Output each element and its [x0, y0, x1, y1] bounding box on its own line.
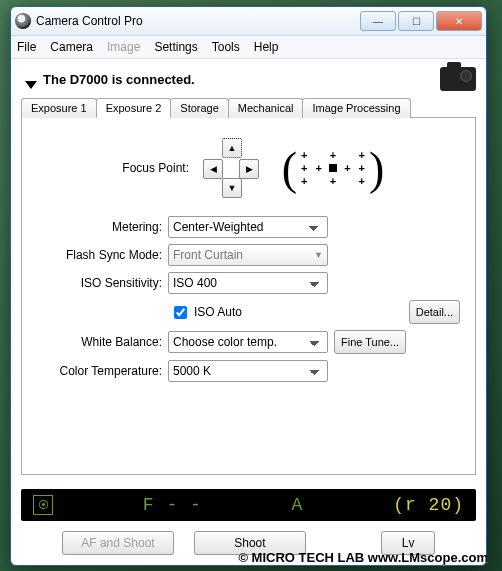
focus-down-button[interactable]: ▼	[222, 178, 242, 198]
tab-page-exposure2: Focus Point: ▲ ◀ ▶ ▼ ( +++ ++++ +++ )	[21, 118, 476, 475]
fine-tune-button[interactable]: Fine Tune...	[334, 330, 406, 354]
menubar: File Camera Image Settings Tools Help	[11, 36, 486, 59]
flash-sync-select: Front Curtain ▼	[168, 244, 328, 266]
status-row: The D7000 is connected.	[25, 67, 476, 91]
bracket-right-icon: )	[369, 142, 384, 195]
iso-label: ISO Sensitivity:	[34, 276, 162, 290]
tab-mechanical[interactable]: Mechanical	[228, 98, 304, 118]
iso-auto-row: ISO Auto Detail...	[170, 300, 463, 324]
iso-auto-checkbox[interactable]	[174, 306, 187, 319]
focus-left-button[interactable]: ◀	[203, 159, 223, 179]
af-point-grid: +++ ++++ +++	[297, 148, 369, 188]
tab-exposure2[interactable]: Exposure 2	[96, 98, 172, 118]
af-area-display: ( +++ ++++ +++ )	[273, 140, 393, 196]
iso-select[interactable]: ISO 400	[168, 272, 328, 294]
lcd-panel: ⦿ F - - A (r 20)	[21, 489, 476, 521]
color-temp-label: Color Temperature:	[34, 364, 162, 378]
wb-row: White Balance: Choose color temp. Fine T…	[34, 330, 463, 354]
window-controls: — ☐ ✕	[358, 11, 482, 31]
tab-image-processing[interactable]: Image Processing	[302, 98, 410, 118]
metering-label: Metering:	[34, 220, 162, 234]
metering-select[interactable]: Center-Weighted	[168, 216, 328, 238]
focus-dpad: ▲ ◀ ▶ ▼	[201, 138, 261, 198]
lcd-remaining: (r 20)	[393, 495, 464, 515]
flash-sync-row: Flash Sync Mode: Front Curtain ▼	[34, 244, 463, 266]
af-and-shoot-button: AF and Shoot	[62, 531, 174, 555]
wb-label: White Balance:	[34, 335, 162, 349]
menu-camera[interactable]: Camera	[50, 40, 93, 54]
menu-image: Image	[107, 40, 140, 54]
metering-row: Metering: Center-Weighted	[34, 216, 463, 238]
iso-row: ISO Sensitivity: ISO 400	[34, 272, 463, 294]
dropdown-icon: ▼	[314, 250, 323, 260]
camera-icon	[440, 67, 476, 91]
tab-storage[interactable]: Storage	[170, 98, 229, 118]
tab-exposure1[interactable]: Exposure 1	[21, 98, 97, 118]
connection-status: The D7000 is connected.	[43, 72, 195, 87]
minimize-button[interactable]: —	[360, 11, 396, 31]
app-window: Camera Control Pro — ☐ ✕ File Camera Ima…	[10, 6, 487, 566]
wb-select[interactable]: Choose color temp.	[168, 331, 328, 353]
iso-auto-label: ISO Auto	[194, 305, 242, 319]
focus-point-label: Focus Point:	[104, 161, 189, 175]
tabstrip: Exposure 1 Exposure 2 Storage Mechanical…	[21, 97, 476, 118]
close-button[interactable]: ✕	[436, 11, 482, 31]
client-area: The D7000 is connected. Exposure 1 Expos…	[11, 59, 486, 565]
focus-up-button[interactable]: ▲	[222, 138, 242, 158]
lcd-aperture: F - -	[143, 495, 202, 515]
flash-sync-value: Front Curtain	[173, 248, 243, 262]
menu-help[interactable]: Help	[254, 40, 279, 54]
af-mode-icon: ⦿	[33, 495, 53, 515]
focus-right-button[interactable]: ▶	[239, 159, 259, 179]
focus-point-row: Focus Point: ▲ ◀ ▶ ▼ ( +++ ++++ +++ )	[34, 138, 463, 198]
color-temp-select[interactable]: 5000 K	[168, 360, 328, 382]
watermark-text: © MICRO TECH LAB www.LMscope.com	[238, 550, 488, 565]
window-title: Camera Control Pro	[36, 14, 143, 28]
menu-file[interactable]: File	[17, 40, 36, 54]
menu-tools[interactable]: Tools	[212, 40, 240, 54]
flash-sync-label: Flash Sync Mode:	[34, 248, 162, 262]
color-temp-row: Color Temperature: 5000 K	[34, 360, 463, 382]
detail-button[interactable]: Detail...	[409, 300, 460, 324]
disclosure-triangle-icon[interactable]	[25, 81, 37, 89]
titlebar[interactable]: Camera Control Pro — ☐ ✕	[11, 7, 486, 36]
menu-settings[interactable]: Settings	[154, 40, 197, 54]
lcd-mode: A	[292, 495, 304, 515]
app-icon	[15, 13, 31, 29]
bracket-left-icon: (	[282, 142, 297, 195]
maximize-button[interactable]: ☐	[398, 11, 434, 31]
